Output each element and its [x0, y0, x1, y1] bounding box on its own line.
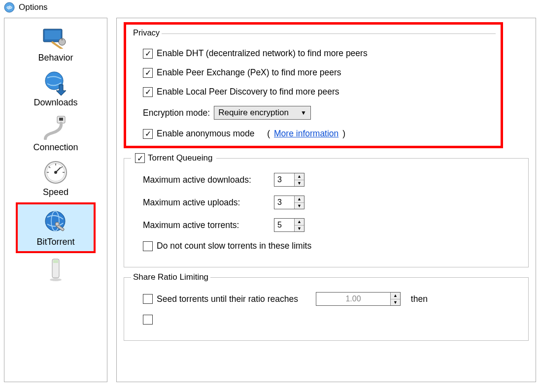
max-dl-input[interactable] [274, 173, 294, 186]
paren-open: ( [267, 129, 270, 139]
sidebar-item-behavior[interactable]: Behavior [19, 21, 93, 66]
max-dl-spinner[interactable]: ▲▼ [274, 173, 304, 187]
svg-rect-9 [59, 118, 63, 121]
max-act-spinner[interactable]: ▲▼ [274, 218, 304, 232]
encryption-mode-value: Require encryption [218, 108, 289, 118]
sidebar-item-connection[interactable]: Connection [19, 111, 93, 156]
chevron-down-icon: ▼ [301, 109, 306, 116]
globe-down-icon [40, 69, 71, 97]
spin-up-icon[interactable]: ▲ [391, 293, 400, 299]
gauge-icon [40, 159, 71, 186]
seed-until-checkbox[interactable]: ✓ [143, 294, 153, 304]
spin-down-icon[interactable]: ▼ [295, 226, 304, 232]
max-act-input[interactable] [274, 219, 294, 231]
options-sidebar: Behavior Downloads Connection [4, 18, 107, 382]
sidebar-item-speed[interactable]: Speed [19, 156, 93, 200]
svg-rect-24 [53, 260, 58, 263]
spin-up-icon[interactable]: ▲ [295, 196, 304, 203]
encryption-mode-select[interactable]: Require encryption ▼ [214, 106, 311, 120]
globe-wrench-icon [40, 208, 71, 236]
pex-label: Enable Peer Exchange (PeX) to find more … [157, 67, 341, 78]
anonymous-label: Enable anonymous mode [157, 129, 254, 139]
queueing-enable-checkbox[interactable]: ✓ [135, 153, 145, 163]
svg-point-22 [55, 222, 59, 226]
svg-rect-5 [62, 38, 63, 40]
anonymous-checkbox[interactable]: ✓ [143, 129, 153, 139]
spin-down-icon[interactable]: ▼ [295, 203, 304, 209]
max-ul-spinner[interactable]: ▲▼ [274, 196, 304, 209]
svg-point-18 [54, 171, 57, 174]
max-ul-input[interactable] [274, 196, 294, 209]
share-ratio-group: Share Ratio Limiting ✓ Seed torrents unt… [124, 272, 529, 341]
svg-rect-3 [45, 31, 61, 39]
spin-down-icon[interactable]: ▼ [391, 299, 400, 306]
max-ul-label: Maximum active uploads: [143, 197, 270, 208]
dht-checkbox[interactable]: ✓ [143, 49, 153, 59]
no-slow-checkbox[interactable]: ✓ [143, 241, 153, 251]
sidebar-item-label: BitTorrent [36, 237, 74, 247]
lpd-label: Enable Local Peer Discovery to find more… [157, 87, 339, 97]
app-icon: qb [4, 2, 15, 13]
sidebar-item-webui[interactable] [19, 253, 93, 287]
max-act-label: Maximum active torrents: [143, 220, 270, 230]
lpd-checkbox[interactable]: ✓ [143, 87, 153, 97]
ethernet-plug-icon [40, 114, 71, 141]
encryption-label: Encryption mode: [143, 108, 210, 118]
device-column-icon [40, 256, 71, 284]
sidebar-item-label: Connection [33, 142, 78, 153]
sidebar-item-downloads[interactable]: Downloads [19, 66, 93, 111]
spin-up-icon[interactable]: ▲ [295, 219, 304, 226]
share-ratio-title: Share Ratio Limiting [131, 272, 210, 282]
sidebar-item-label: Downloads [34, 98, 77, 108]
window-title: Options [19, 2, 48, 12]
partial-checkbox[interactable]: ✓ [143, 315, 153, 325]
queueing-title: Torrent Queueing [148, 153, 212, 163]
sidebar-item-bittorrent[interactable]: BitTorrent [19, 205, 93, 250]
seed-ratio-input[interactable] [316, 293, 390, 305]
display-tools-icon [40, 24, 71, 52]
paren-close: ) [342, 129, 345, 139]
sidebar-item-label: Behavior [38, 53, 73, 63]
privacy-highlight-box: Privacy ✓ Enable DHT (decentralized netw… [124, 22, 503, 148]
spin-down-icon[interactable]: ▼ [295, 180, 304, 187]
queueing-group: ✓ Torrent Queueing Maximum active downlo… [124, 153, 529, 267]
svg-point-25 [50, 278, 62, 281]
sidebar-highlight: BitTorrent [16, 202, 96, 253]
seed-ratio-spinner[interactable]: ▲▼ [316, 292, 401, 306]
seed-until-label: Seed torrents until their ratio reaches [157, 294, 298, 304]
max-dl-label: Maximum active downloads: [143, 175, 270, 185]
no-slow-label: Do not count slow torrents in these limi… [157, 241, 311, 251]
spin-up-icon[interactable]: ▲ [295, 173, 304, 180]
privacy-group-title: Privacy [131, 28, 162, 37]
seed-then-label: then [411, 294, 428, 304]
more-information-link[interactable]: More information [274, 129, 338, 139]
pex-checkbox[interactable]: ✓ [143, 68, 153, 78]
sidebar-item-label: Speed [43, 187, 68, 197]
svg-text:qb: qb [7, 5, 12, 10]
dht-label: Enable DHT (decentralized network) to fi… [157, 48, 368, 59]
options-main-panel: Privacy ✓ Enable DHT (decentralized netw… [116, 18, 536, 382]
